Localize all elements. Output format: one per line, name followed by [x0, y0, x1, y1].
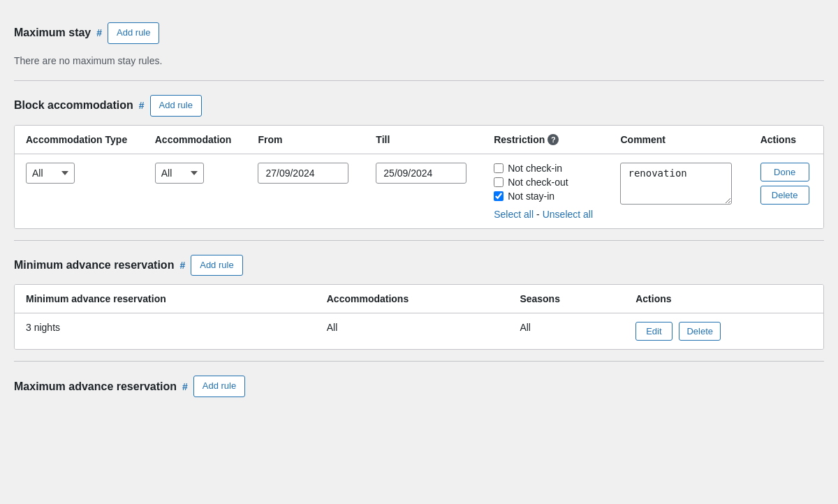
not-checkin-label[interactable]: Not check-in	[494, 163, 598, 174]
maximum-stay-header: Maximum stay # Add rule	[14, 11, 824, 52]
th-accommodation: Accommodation	[144, 126, 247, 154]
maximum-advance-reservation-title: Maximum advance reservation	[14, 380, 177, 393]
maximum-stay-no-rules: There are no maximum stay rules.	[14, 52, 824, 77]
maximum-advance-reservation-add-rule-button[interactable]: Add rule	[193, 376, 245, 397]
actions-cell: Done Delete	[749, 154, 823, 228]
accommodation-select[interactable]: All	[155, 163, 204, 184]
not-stayin-label[interactable]: Not stay-in	[494, 191, 598, 202]
from-cell	[247, 154, 365, 228]
accommodation-cell: All	[144, 154, 247, 228]
minimum-advance-reservation-table: Minimum advance reservation Accommodatio…	[15, 285, 823, 349]
min-advance-row: 3 nights All All Edit Delete	[15, 313, 823, 350]
divider-2	[14, 240, 824, 241]
block-accommodation-title: Block accommodation	[14, 99, 133, 112]
th-min-actions: Actions	[624, 285, 823, 313]
select-all-button[interactable]: Select all	[494, 209, 534, 220]
min-advance-edit-button[interactable]: Edit	[635, 322, 672, 341]
minimum-advance-reservation-add-rule-button[interactable]: Add rule	[191, 255, 242, 276]
th-till: Till	[365, 126, 483, 154]
restriction-cell: Not check-in Not check-out Not stay-in	[483, 154, 609, 228]
accommodation-type-select[interactable]: All	[26, 163, 75, 184]
block-accommodation-table-wrapper: Accommodation Type Accommodation From Ti…	[14, 125, 824, 229]
block-accommodation-table: Accommodation Type Accommodation From Ti…	[15, 126, 823, 228]
delete-button[interactable]: Delete	[760, 186, 809, 205]
th-restriction: Restriction ?	[483, 126, 609, 154]
th-actions: Actions	[749, 126, 823, 154]
block-accommodation-add-rule-button[interactable]: Add rule	[150, 95, 202, 117]
maximum-advance-reservation-header: Maximum advance reservation # Add rule	[14, 364, 824, 406]
th-from: From	[247, 126, 365, 154]
not-stayin-checkbox[interactable]	[494, 191, 503, 201]
minimum-advance-reservation-section: Minimum advance reservation # Add rule M…	[14, 244, 824, 350]
divider-3	[14, 361, 824, 362]
divider-1	[14, 80, 824, 81]
min-advance-accommodations-cell: All	[316, 313, 509, 350]
till-cell	[365, 154, 483, 228]
min-advance-actions-cell: Edit Delete	[624, 313, 823, 350]
minimum-advance-reservation-title: Minimum advance reservation	[14, 259, 174, 272]
minimum-advance-reservation-table-wrapper: Minimum advance reservation Accommodatio…	[14, 284, 824, 350]
block-accommodation-header: Block accommodation # Add rule	[14, 84, 824, 125]
minimum-advance-reservation-hash: #	[179, 260, 185, 271]
maximum-stay-add-rule-button[interactable]: Add rule	[108, 22, 159, 44]
unselect-all-button[interactable]: Unselect all	[543, 209, 593, 220]
maximum-stay-hash: #	[96, 27, 102, 38]
maximum-advance-reservation-hash: #	[182, 381, 188, 392]
th-min-advance: Minimum advance reservation	[15, 285, 316, 313]
min-advance-seasons-cell: All	[508, 313, 624, 350]
not-checkout-label[interactable]: Not check-out	[494, 177, 598, 188]
maximum-stay-title: Maximum stay	[14, 27, 91, 39]
th-seasons: Seasons	[508, 285, 624, 313]
done-button[interactable]: Done	[760, 163, 809, 181]
restriction-options: Not check-in Not check-out Not stay-in	[494, 163, 598, 220]
comment-cell: renovation	[609, 154, 749, 228]
link-separator: -	[536, 209, 540, 220]
th-comment: Comment	[609, 126, 749, 154]
th-accommodations: Accommodations	[316, 285, 509, 313]
min-advance-value-cell: 3 nights	[15, 313, 316, 350]
block-accommodation-hash: #	[139, 100, 145, 111]
min-advance-delete-button[interactable]: Delete	[679, 322, 721, 341]
restriction-info-icon: ?	[547, 134, 559, 145]
block-accommodation-section: Block accommodation # Add rule Accommoda…	[14, 84, 824, 229]
maximum-advance-reservation-section: Maximum advance reservation # Add rule	[14, 364, 824, 406]
not-checkin-checkbox[interactable]	[494, 163, 503, 173]
minimum-advance-reservation-header: Minimum advance reservation # Add rule	[14, 244, 824, 285]
not-checkout-checkbox[interactable]	[494, 177, 503, 187]
th-accommodation-type: Accommodation Type	[15, 126, 144, 154]
block-accommodation-row: All All	[15, 154, 823, 228]
till-date-input[interactable]	[376, 163, 466, 184]
maximum-stay-section: Maximum stay # Add rule There are no max…	[14, 11, 824, 77]
min-advance-header-row: Minimum advance reservation Accommodatio…	[15, 285, 823, 313]
accommodation-type-cell: All	[15, 154, 144, 228]
restriction-links: Select all - Unselect all	[494, 209, 598, 220]
from-date-input[interactable]	[258, 163, 348, 184]
block-accommodation-header-row: Accommodation Type Accommodation From Ti…	[15, 126, 823, 154]
comment-textarea[interactable]: renovation	[620, 163, 732, 205]
